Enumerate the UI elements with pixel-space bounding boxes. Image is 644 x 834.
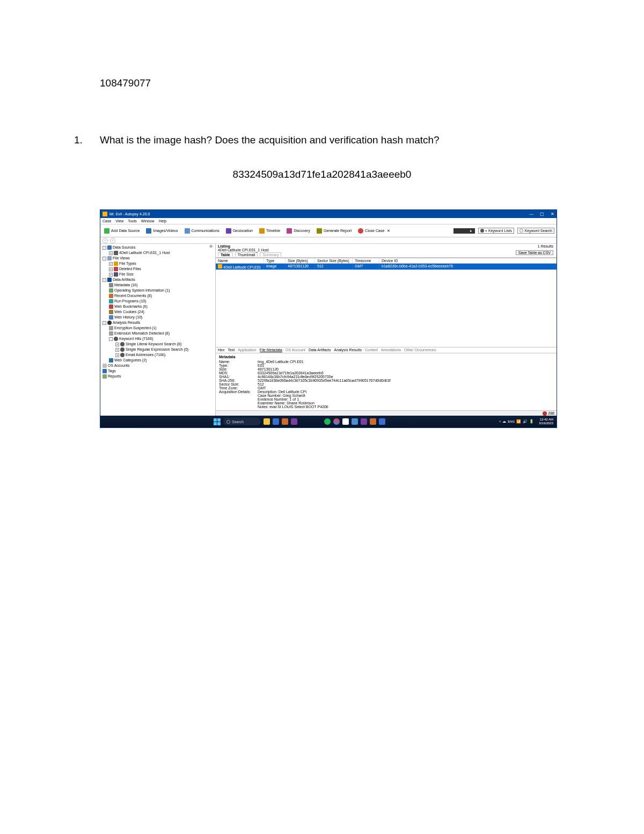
settings-icon[interactable]: [352, 418, 358, 425]
window-controls: — ▢ ✕: [529, 212, 554, 216]
spotify-icon[interactable]: [324, 418, 331, 425]
node-encryption[interactable]: Encryption Suspected (1): [109, 325, 188, 331]
node-web-cookies[interactable]: Web Cookies (24): [109, 309, 170, 315]
chevron-up-icon[interactable]: ^: [499, 420, 501, 424]
language-icon[interactable]: ENG: [508, 420, 515, 423]
node-deleted-files[interactable]: +Deleted Files: [109, 266, 141, 272]
start-button[interactable]: [214, 418, 221, 425]
md-notes: Notes: eval St LOUIS Select BOOT P4206: [258, 405, 553, 409]
gear-icon[interactable]: ⚙: [209, 244, 214, 249]
node-tags[interactable]: Tags: [103, 368, 215, 374]
dtab-file-metadata[interactable]: File Metadata: [260, 348, 282, 352]
node-web-bookmarks[interactable]: Web Bookmarks (6): [109, 304, 170, 309]
taskbar-clock[interactable]: 12:42 AM 3/16/2025: [539, 418, 553, 425]
timeline-button[interactable]: Timeline: [258, 228, 282, 234]
images-icon: [146, 228, 151, 234]
dtab-annotations[interactable]: Annotations: [381, 348, 401, 352]
keyword-lists-dropdown[interactable]: •Keyword Lists: [478, 228, 514, 234]
node-analysis-results[interactable]: -Analysis Results: [103, 320, 215, 325]
node-ext-mismatch[interactable]: Extension Mismatch Detected (8): [109, 331, 188, 336]
edge-icon[interactable]: [273, 418, 279, 425]
close-window-button[interactable]: ✕: [551, 212, 554, 216]
node-os-accounts[interactable]: OS Accounts: [103, 363, 215, 368]
dtab-analysis-results[interactable]: Analysis Results: [334, 348, 362, 352]
dtab-other[interactable]: Other Occurrences: [404, 348, 436, 352]
tab-summary[interactable]: Summary: [260, 252, 281, 257]
node-file-size[interactable]: +File Size: [109, 272, 141, 277]
node-web-history[interactable]: Web History (10): [109, 315, 170, 320]
menu-window[interactable]: Window: [141, 219, 155, 223]
communications-button[interactable]: Communications: [183, 228, 221, 234]
col-timezone[interactable]: Timezone: [353, 258, 379, 263]
app-icon-5[interactable]: [361, 418, 367, 425]
discovery-button[interactable]: Discovery: [285, 228, 312, 234]
node-keyword-hits[interactable]: -Keyword Hits (7166): [109, 336, 188, 342]
tab-table[interactable]: Table: [218, 252, 233, 257]
app-icon-7[interactable]: [379, 418, 385, 425]
explorer-icon[interactable]: [264, 418, 270, 425]
col-size[interactable]: Size (Bytes): [286, 258, 315, 263]
node-os-info[interactable]: Operating System Information (1): [109, 288, 170, 293]
node-kw-literal[interactable]: +Single Literal Keyword Search (8): [115, 342, 188, 347]
col-sector[interactable]: Sector Size (Bytes): [315, 258, 353, 263]
discovery-icon: [287, 228, 292, 234]
node-recent-docs[interactable]: Recent Documents (8): [109, 293, 170, 299]
student-id: 108479077: [100, 77, 544, 89]
volume-icon[interactable]: 🔊: [523, 419, 528, 424]
node-file-views[interactable]: -File Views: [103, 256, 215, 261]
dtab-os-account[interactable]: OS Account: [286, 348, 305, 352]
error-icon[interactable]: [543, 411, 547, 416]
col-type[interactable]: Type: [264, 258, 286, 263]
minimize-button[interactable]: —: [529, 212, 533, 216]
node-data-sources[interactable]: -Data Sources: [103, 245, 215, 250]
pin-icon: [226, 228, 231, 234]
node-emails[interactable]: +Email Addresses (7166): [115, 352, 188, 358]
table-header: Name Type Size (Bytes) Sector Size (Byte…: [216, 258, 557, 264]
geolocation-button[interactable]: Geolocation: [224, 228, 254, 234]
dtab-application[interactable]: Application: [238, 348, 256, 352]
chrome-icon[interactable]: [333, 418, 340, 425]
dtab-context[interactable]: Context: [365, 348, 378, 352]
node-data-artifacts[interactable]: -Data Artifacts: [103, 277, 215, 282]
md-evidence-number: Evidence Number: 1 of 1: [258, 397, 553, 401]
col-name[interactable]: Name: [216, 258, 264, 263]
col-device-id[interactable]: Device ID: [379, 258, 557, 263]
app-icon-2[interactable]: [282, 418, 288, 425]
search-icon: [226, 420, 230, 424]
close-case-button[interactable]: Close Case ✕: [356, 228, 392, 234]
metadata-pane: Metadata Name:img_4Dell Latitude CPi.E01…: [216, 353, 557, 410]
app-icon-4[interactable]: [342, 418, 349, 425]
back-button[interactable]: ‹: [103, 238, 108, 243]
keyword-search-box[interactable]: Keyword Search: [517, 228, 554, 234]
node-file-types[interactable]: +File Types: [109, 261, 141, 266]
images-videos-button[interactable]: Images/Videos: [144, 228, 179, 234]
dtab-data-artifacts[interactable]: Data Artifacts: [309, 348, 331, 352]
menu-tools[interactable]: Tools: [128, 219, 136, 223]
table-row[interactable]: 4Dell Latitude CPi.E01 Image 4871301120 …: [216, 264, 557, 270]
add-data-source-button[interactable]: Add Data Source: [103, 228, 141, 234]
md-name: img_4Dell Latitude CPi.E01: [258, 360, 553, 364]
node-host[interactable]: +4Dell Latitude CPi.E01_1 Host: [109, 250, 170, 256]
node-web-categories[interactable]: Web Categories (2): [109, 358, 188, 363]
forward-button[interactable]: ›: [110, 238, 115, 243]
node-run-programs[interactable]: Run Programs (10): [109, 299, 170, 304]
app-icon-6[interactable]: [370, 418, 376, 425]
battery-icon[interactable]: 🔋: [529, 419, 534, 424]
menu-case[interactable]: Case: [103, 219, 111, 223]
save-csv-button[interactable]: Save Table as CSV: [516, 250, 553, 255]
menu-view[interactable]: View: [115, 219, 123, 223]
node-reports[interactable]: Reports: [103, 374, 215, 379]
taskbar-search[interactable]: Search: [223, 418, 261, 425]
wifi-icon[interactable]: 📶: [516, 419, 521, 424]
cloud-icon[interactable]: ☁: [502, 419, 506, 424]
dtab-text[interactable]: Text: [228, 348, 235, 352]
menu-help[interactable]: Help: [159, 219, 166, 223]
node-metadata[interactable]: Metadata (16): [109, 282, 170, 288]
node-kw-regex[interactable]: +Single Regular Expression Search (0): [115, 347, 188, 352]
generate-report-button[interactable]: Generate Report: [315, 228, 353, 234]
maximize-button[interactable]: ▢: [540, 212, 544, 216]
system-tray[interactable]: ^ ☁ ENG 📶 🔊 🔋: [499, 419, 534, 424]
app-icon-3[interactable]: [291, 418, 297, 425]
dtab-hex[interactable]: Hex: [218, 348, 224, 352]
tab-thumbnail[interactable]: Thumbnail: [235, 252, 258, 257]
